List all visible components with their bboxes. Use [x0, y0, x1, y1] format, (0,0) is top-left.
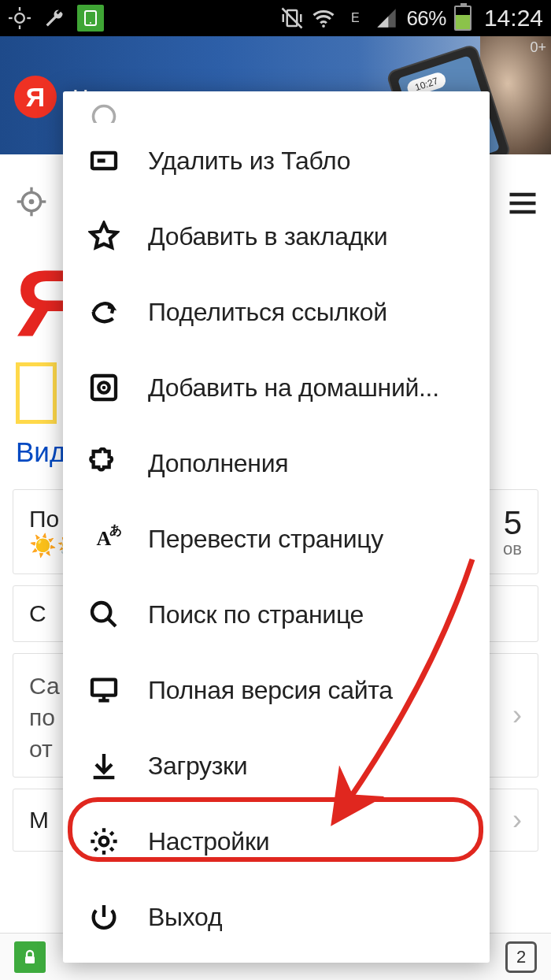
- monitor-icon: [87, 673, 121, 707]
- battery-icon: [454, 6, 471, 31]
- menu-item-label: Настройки: [148, 827, 269, 856]
- menu-item-settings[interactable]: Настройки: [63, 804, 490, 879]
- list-title: М: [29, 807, 49, 833]
- svg-point-22: [94, 106, 115, 124]
- menu-item-downloads[interactable]: Загрузки: [63, 728, 490, 804]
- screen-root: E 66% 14:24 10:27 Я Что происходит на до…: [0, 0, 551, 980]
- menu-item-exit[interactable]: Выход: [63, 879, 490, 955]
- status-left: [8, 5, 104, 32]
- menu-item-label: Поделиться ссылкой: [148, 298, 387, 327]
- incognito-icon: [87, 99, 121, 123]
- target-icon: [87, 370, 121, 405]
- yandex-logo-letter: Я: [26, 82, 45, 113]
- menu-item-add-bookmark[interactable]: Добавить в закладки: [63, 199, 490, 274]
- puzzle-icon: [87, 446, 121, 481]
- chevron-right-icon: ›: [512, 699, 522, 732]
- menu-item-desktop[interactable]: Полная версия сайта: [63, 652, 490, 728]
- hamburger-icon[interactable]: [505, 186, 540, 224]
- tabs-button[interactable]: 2: [505, 941, 537, 973]
- lock-icon[interactable]: [14, 941, 46, 973]
- menu-item-label: Поиск по странице: [148, 600, 364, 629]
- menu-item-translate[interactable]: Aあ Перевести страницу: [63, 501, 490, 577]
- weather-sub: ов: [503, 539, 522, 559]
- power-icon: [87, 900, 121, 934]
- menu-item-label: Удалить из Табло: [148, 147, 350, 176]
- menu-item-label: Полная версия сайта: [148, 676, 393, 705]
- svg-point-0: [15, 13, 24, 23]
- gear-icon: [87, 824, 121, 859]
- network-type: E: [343, 6, 367, 30]
- status-bar: E 66% 14:24: [0, 0, 551, 36]
- search-box-fragment[interactable]: [16, 362, 57, 424]
- svg-point-11: [323, 24, 326, 28]
- menu-item-find[interactable]: Поиск по странице: [63, 577, 490, 652]
- star-icon: [87, 219, 121, 254]
- menu-item-label: Добавить на домашний...: [148, 373, 439, 403]
- download-icon: [87, 748, 121, 783]
- menu-item-extensions[interactable]: Дополнения: [63, 425, 490, 501]
- svg-point-35: [100, 837, 109, 846]
- news-line2: по: [29, 704, 60, 731]
- menu-item-label: Выход: [148, 903, 222, 932]
- vibrate-icon: [280, 6, 304, 30]
- news-line1: Са: [29, 673, 60, 700]
- video-link[interactable]: Вид: [16, 436, 65, 468]
- menu-item-label: Загрузки: [148, 752, 247, 781]
- menu-item-share-link[interactable]: Поделиться ссылкой: [63, 274, 490, 350]
- search-icon: [87, 597, 121, 632]
- wrench-icon: [43, 6, 66, 30]
- location-icon[interactable]: [16, 186, 47, 221]
- yandex-logo-icon: Я: [14, 76, 57, 118]
- menu-item-label: Перевести страницу: [148, 525, 383, 554]
- svg-point-28: [92, 603, 110, 621]
- weather-value: 5: [503, 504, 522, 542]
- menu-item-add-home[interactable]: Добавить на домашний...: [63, 350, 490, 425]
- menu-item-label: Добавить в закладки: [148, 222, 387, 251]
- menu-item-incognito[interactable]: Новая вкладка инкогни...: [63, 99, 490, 123]
- tablo-icon: [87, 143, 121, 178]
- wifi-icon: [312, 6, 335, 30]
- chevron-right-icon: ›: [512, 804, 522, 837]
- svg-point-27: [102, 386, 106, 390]
- svg-point-13: [29, 199, 35, 205]
- signal-icon: [375, 6, 398, 30]
- browser-menu-popup: Новая вкладка инкогни... Удалить из Табл…: [63, 91, 490, 963]
- gps-icon: [8, 6, 31, 30]
- svg-line-29: [108, 618, 116, 626]
- menu-item-label: Дополнения: [148, 449, 288, 478]
- app-icon: [77, 5, 104, 32]
- svg-rect-21: [25, 956, 35, 963]
- translate-icon: Aあ: [87, 522, 121, 556]
- news-line3: от: [29, 736, 60, 763]
- battery-percent: 66%: [406, 6, 446, 31]
- clock: 14:24: [484, 5, 543, 32]
- svg-point-6: [90, 22, 91, 24]
- menu-item-remove-tablo[interactable]: Удалить из Табло: [63, 123, 490, 199]
- status-right: E 66% 14:24: [280, 5, 543, 32]
- svg-rect-30: [92, 680, 116, 696]
- age-rating: 0+: [530, 39, 546, 56]
- share-icon: [87, 295, 121, 329]
